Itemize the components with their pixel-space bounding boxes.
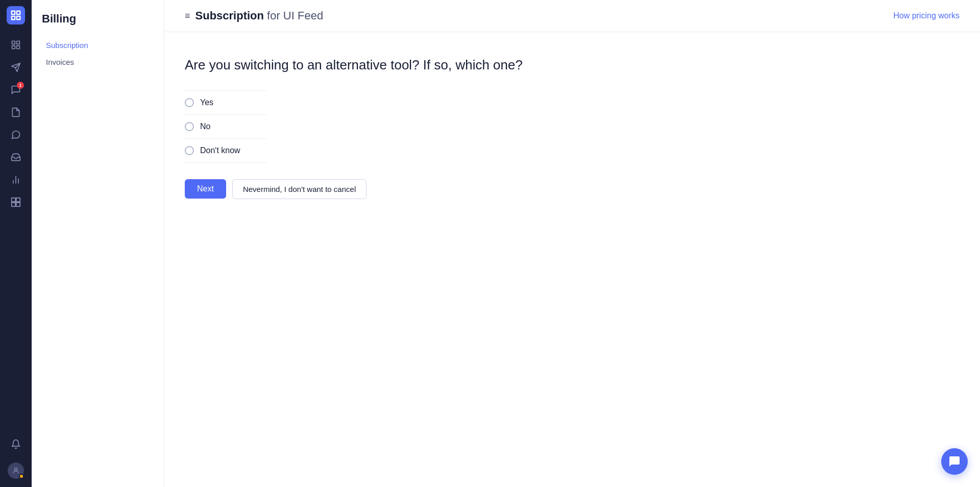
nav-comment-icon[interactable] [6,125,26,145]
nav-inbox-icon[interactable] [6,147,26,167]
svg-rect-1 [17,11,20,14]
svg-rect-3 [17,16,20,19]
svg-rect-2 [12,16,15,19]
nav-apps-icon[interactable] [6,192,26,212]
chat-bubble-button[interactable] [941,448,968,475]
question-title: Are you switching to an alternative tool… [185,57,960,74]
svg-rect-13 [12,198,16,202]
title-suffix: for UI Feed [264,9,323,22]
nav-chat-icon[interactable]: 1 [6,80,26,100]
nav-grid-icon[interactable] [6,35,26,55]
radio-option-yes[interactable]: Yes [185,90,266,115]
main-content: ≡ Subscription for UI Feed How pricing w… [164,0,980,487]
button-row: Next Nevermind, I don't want to cancel [185,179,960,199]
title-main: Subscription [195,9,264,22]
nav-send-icon[interactable] [6,57,26,78]
svg-rect-5 [17,41,20,44]
nav-chart-icon[interactable] [6,169,26,190]
svg-rect-14 [16,198,20,202]
svg-rect-6 [12,46,15,49]
next-button[interactable]: Next [185,179,226,199]
avatar-status-dot [19,474,24,479]
app-logo[interactable] [7,6,25,25]
sidebar-item-subscription[interactable]: Subscription [42,38,154,53]
nevermind-button[interactable]: Nevermind, I don't want to cancel [232,179,366,199]
svg-rect-0 [12,11,15,14]
radio-option-no[interactable]: No [185,115,266,139]
content-area: Are you switching to an alternative tool… [164,32,980,224]
radio-option-dont-know[interactable]: Don't know [185,139,266,163]
how-pricing-link[interactable]: How pricing works [893,11,960,20]
sidebar-title: Billing [42,12,154,26]
radio-label-dont-know: Don't know [200,146,240,155]
svg-rect-4 [12,41,15,44]
hamburger-icon[interactable]: ≡ [185,11,190,21]
page-title: Subscription for UI Feed [195,9,324,22]
svg-point-17 [14,468,17,471]
nav-bell-icon[interactable] [6,434,26,454]
radio-circle-dont-know [185,146,194,155]
radio-label-yes: Yes [200,98,213,107]
main-header: ≡ Subscription for UI Feed How pricing w… [164,0,980,32]
sidebar-item-invoices[interactable]: Invoices [42,55,154,69]
svg-rect-16 [16,203,20,207]
radio-circle-no [185,122,194,131]
nav-avatar[interactable] [6,460,26,481]
icon-rail: 1 [0,0,32,487]
chat-badge: 1 [17,82,24,89]
svg-rect-15 [12,203,16,207]
svg-rect-7 [17,46,20,49]
header-left: ≡ Subscription for UI Feed [185,9,323,22]
user-avatar [8,462,24,479]
radio-options-group: Yes No Don't know [185,90,266,163]
nav-document-icon[interactable] [6,102,26,123]
left-sidebar: Billing Subscription Invoices [32,0,164,487]
radio-label-no: No [200,122,210,131]
radio-circle-yes [185,98,194,107]
